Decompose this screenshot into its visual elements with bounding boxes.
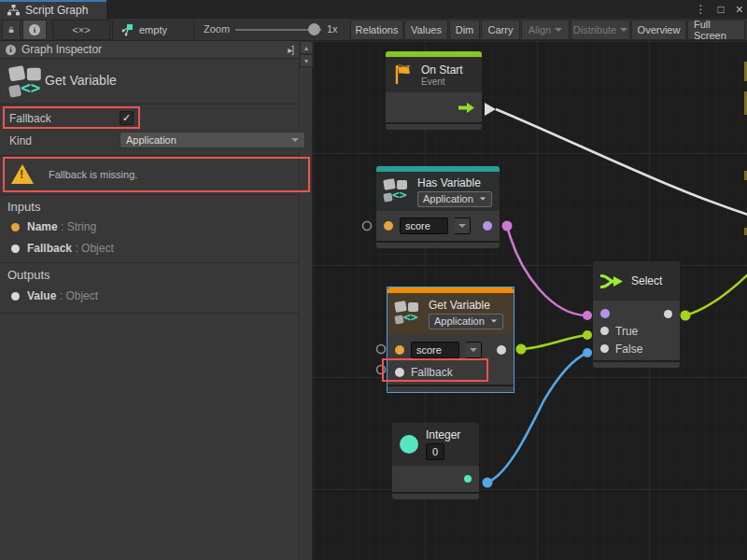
flag-icon	[393, 63, 414, 86]
unity-script-graph-window: Script Graph ⋮ □ × i <×>	[0, 0, 747, 560]
input-row-name: Name : String	[11, 220, 96, 233]
integer-output-port[interactable]	[464, 475, 472, 483]
toolbar-button-relations[interactable]: Relations	[350, 20, 403, 40]
toolbar-button-align[interactable]: Align	[521, 20, 570, 40]
code-preview-button[interactable]: <×>	[52, 20, 110, 40]
variable-name-field[interactable]: score	[400, 217, 448, 234]
integer-value-field[interactable]: 0	[426, 443, 444, 460]
lock-button[interactable]	[2, 20, 21, 40]
inspector-header: i Graph Inspector ▸]	[0, 41, 299, 59]
toolbar-button-fullscreen[interactable]: Full Screen	[687, 20, 745, 40]
angle-x-icon: <×>	[72, 24, 90, 35]
toolbar-button-carry[interactable]: Carry	[481, 20, 520, 40]
zoom-label: Zoom	[204, 23, 230, 35]
value-output-port[interactable]	[497, 345, 506, 355]
true-input-port[interactable]	[600, 327, 609, 335]
inspect-button[interactable]: i	[22, 20, 47, 40]
port-dot-gray	[11, 292, 20, 301]
outputs-header: Outputs	[7, 268, 50, 282]
highlight-box-warning	[3, 157, 310, 192]
chevron-down-icon	[291, 138, 299, 142]
bool-output-port[interactable]	[483, 221, 492, 231]
chevron-down-icon	[555, 28, 562, 32]
wire-get-variable-to-select	[521, 335, 587, 349]
toolbar-button-dim[interactable]: Dim	[449, 20, 480, 40]
graph-toolbar: i <×> empty Zoom 1x Relations Values Dim…	[0, 19, 747, 41]
node-get-variable[interactable]: <> Get Variable Application score Fa	[388, 287, 514, 392]
unconnected-port-ring	[363, 222, 372, 231]
highlight-box-fallback-option	[3, 106, 140, 129]
node-title: Has Variable	[417, 176, 492, 189]
false-input-port[interactable]	[600, 344, 609, 353]
output-row-value: Value : Object	[11, 289, 98, 302]
selection-output-port[interactable]	[664, 310, 672, 318]
variable-kind-dropdown[interactable]: Application	[429, 314, 503, 329]
chevron-down-icon	[480, 197, 486, 200]
node-title: Get Variable	[429, 299, 503, 312]
scroll-up-icon[interactable]: ▲	[300, 41, 313, 54]
graph-inspector-panel: i Graph Inspector ▸] ▲ ▼ <> Get Variable…	[0, 41, 313, 560]
zoom-slider-handle[interactable]	[308, 23, 320, 35]
node-select[interactable]: Select True False	[593, 261, 680, 368]
node-title: Integer	[426, 428, 460, 441]
node-subtitle: Event	[421, 77, 463, 87]
graph-node-icon	[120, 24, 134, 36]
condition-input-port[interactable]	[600, 309, 610, 318]
scroll-down-icon[interactable]: ▼	[300, 54, 313, 67]
control-output-port[interactable]	[458, 103, 474, 113]
kind-dropdown[interactable]: Application	[120, 132, 305, 148]
wire-select-output	[685, 274, 747, 315]
variable-name-dropdown[interactable]	[466, 342, 482, 358]
node-on-start[interactable]: On Start Event	[386, 51, 482, 130]
graph-canvas[interactable]: On Start Event <> Has Var	[313, 41, 747, 560]
kind-label: Kind	[9, 134, 32, 147]
window-menu-icon[interactable]: ⋮	[696, 3, 707, 16]
kind-value: Application	[126, 134, 176, 146]
inspector-unit-title: Get Variable	[45, 73, 117, 88]
variable-icon: <>	[384, 178, 410, 204]
name-input-port[interactable]	[395, 345, 404, 355]
chevron-down-icon	[491, 319, 497, 322]
inspector-scrollbar[interactable]: ▲ ▼	[299, 41, 312, 560]
integer-type-icon	[400, 435, 418, 454]
inputs-header: Inputs	[7, 200, 40, 214]
port-dot-orange	[11, 223, 20, 231]
port-dot-gray	[11, 245, 20, 253]
node-title: Select	[631, 274, 662, 287]
variable-kind-dropdown[interactable]: Application	[417, 191, 492, 207]
graph-icon	[7, 5, 20, 16]
info-icon: i	[29, 24, 40, 35]
select-merge-icon	[600, 273, 624, 289]
highlight-box-fallback-port	[382, 358, 488, 382]
lock-icon	[8, 24, 14, 35]
wire-has-variable-to-select	[507, 226, 587, 315]
node-has-variable[interactable]: <> Has Variable Application score	[376, 166, 500, 248]
variable-icon: <>	[395, 301, 421, 327]
graph-path-label: empty	[139, 24, 167, 35]
node-integer[interactable]: Integer 0	[392, 423, 479, 499]
zoom-value: 1x	[327, 23, 338, 35]
toolbar-button-overview[interactable]: Overview	[631, 20, 686, 40]
input-row-fallback: Fallback : Object	[11, 242, 114, 255]
wires-layer	[313, 41, 747, 560]
name-input-port[interactable]	[384, 221, 393, 231]
variable-name-field[interactable]: score	[411, 342, 459, 358]
variable-unit-icon: <>	[9, 65, 45, 101]
window-maximize-icon[interactable]: □	[718, 3, 725, 16]
chevron-down-icon	[620, 28, 627, 32]
toolbar-button-distribute[interactable]: Distribute	[571, 20, 630, 40]
inspector-title: Graph Inspector	[21, 43, 102, 56]
toolbar-button-values[interactable]: Values	[404, 20, 448, 40]
dock-icon[interactable]: ▸]	[288, 45, 293, 55]
control-connector-triangle	[485, 103, 496, 116]
window-titlebar: Script Graph ⋮ □ ×	[0, 0, 747, 19]
true-port-label: True	[615, 325, 638, 338]
variable-name-dropdown[interactable]	[455, 217, 471, 234]
wire-control-on-start	[496, 109, 747, 215]
node-title: On Start	[421, 63, 463, 77]
false-port-label: False	[615, 343, 642, 356]
tab-script-graph[interactable]: Script Graph	[0, 0, 106, 19]
graph-path-segment[interactable]: empty	[112, 20, 194, 40]
window-close-icon[interactable]: ×	[736, 2, 743, 17]
tab-label: Script Graph	[25, 4, 88, 17]
